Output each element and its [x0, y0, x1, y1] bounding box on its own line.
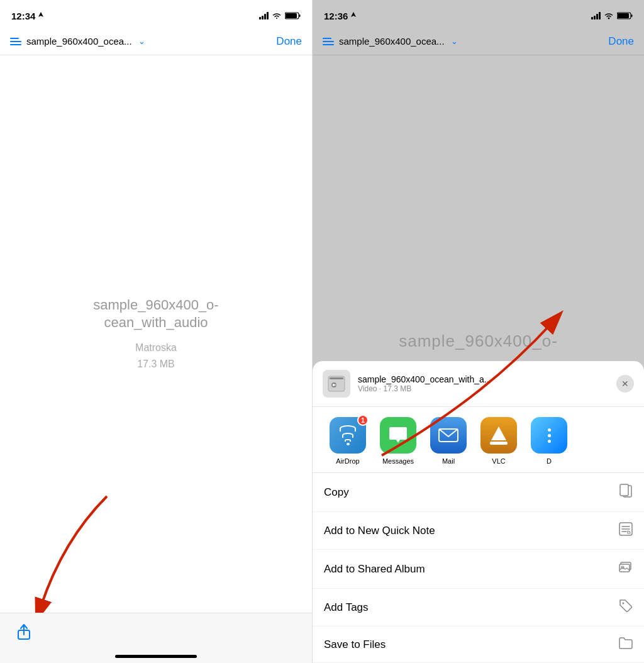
right-battery-icon — [617, 12, 633, 20]
svg-point-23 — [623, 603, 625, 604]
left-nav-bar: sample_960x400_ocea... ⌄ Done — [0, 28, 312, 55]
share-header: sample_960x400_ocean_with_a... Video · 1… — [313, 361, 644, 407]
left-phone: 12:34 — [0, 0, 313, 663]
home-indicator — [115, 655, 197, 658]
right-location-icon — [350, 12, 357, 20]
right-time: 12:36 — [324, 11, 357, 21]
quick-note-label: Add to New Quick Note — [324, 525, 435, 537]
messages-bubble-icon — [388, 426, 408, 445]
right-wifi-icon — [604, 12, 614, 20]
copy-icon — [619, 483, 633, 501]
quick-note-doc-icon — [619, 522, 633, 536]
svg-rect-21 — [619, 564, 630, 572]
share-sheet: sample_960x400_ocean_with_a... Video · 1… — [313, 361, 644, 663]
svg-rect-10 — [618, 13, 629, 18]
video-file-icon — [328, 376, 345, 392]
copy-doc-icon — [619, 483, 633, 498]
mail-icon — [430, 417, 467, 454]
messages-icon — [380, 417, 416, 454]
left-content-area: sample_960x400_o- cean_with_audio Matros… — [0, 55, 312, 613]
right-status-icons — [591, 12, 633, 20]
right-time-text: 12:36 — [324, 11, 348, 21]
share-file-meta: Video · 17.3 MB — [358, 384, 609, 393]
mail-app-item[interactable]: Mail — [423, 417, 474, 465]
save-to-files-label: Save to Files — [324, 638, 386, 651]
right-phone: 12:36 — [313, 0, 644, 663]
left-done-button[interactable]: Done — [276, 35, 302, 48]
copy-action-row[interactable]: Copy — [313, 473, 644, 512]
quick-note-action-row[interactable]: Add to New Quick Note — [313, 512, 644, 550]
shared-album-icon — [619, 560, 633, 578]
svg-rect-3 — [299, 14, 301, 17]
svg-marker-0 — [38, 12, 43, 17]
add-tags-action-row[interactable]: Add Tags — [313, 589, 644, 627]
share-button[interactable] — [13, 621, 35, 644]
video-area: sample_960x400_o- — [313, 55, 644, 361]
shared-album-action-row[interactable]: Add to Shared Album — [313, 550, 644, 589]
quick-note-icon — [619, 522, 633, 539]
left-bottom-toolbar — [0, 613, 312, 663]
share-file-info: sample_960x400_ocean_with_a... Video · 1… — [358, 374, 609, 393]
vlc-icon — [480, 417, 517, 454]
mail-label: Mail — [442, 457, 455, 465]
vlc-label: VLC — [492, 457, 505, 465]
signal-icon — [259, 12, 269, 20]
file-name-display: sample_960x400_o- cean_with_audio — [93, 296, 218, 332]
more-label: D — [547, 457, 552, 465]
tag-icon — [619, 599, 633, 613]
right-menu-icon[interactable] — [323, 38, 334, 45]
share-file-name: sample_960x400_ocean_with_a... — [358, 374, 572, 384]
svg-point-8 — [608, 18, 610, 20]
mail-envelope-icon — [438, 428, 459, 443]
menu-icon[interactable] — [10, 38, 21, 45]
left-status-bar: 12:34 — [0, 0, 312, 28]
share-close-button[interactable]: ✕ — [616, 375, 634, 393]
save-files-icon — [619, 637, 633, 652]
app-row: 1 AirDrop Messages — [313, 407, 644, 473]
messages-app-item[interactable]: Messages — [373, 417, 423, 465]
vlc-app-item[interactable]: VLC — [474, 417, 524, 465]
left-nav-title: sample_960x400_ocea... — [26, 36, 132, 47]
airdrop-icon: 1 — [330, 417, 366, 454]
svg-marker-7 — [351, 12, 356, 17]
video-label: sample_960x400_o- — [313, 332, 644, 351]
right-done-button[interactable]: Done — [608, 35, 634, 48]
vlc-base-icon — [490, 442, 508, 445]
right-status-bar: 12:36 — [313, 0, 644, 28]
right-nav-chevron-icon[interactable]: ⌄ — [451, 36, 458, 46]
file-thumbnail — [323, 370, 350, 398]
messages-label: Messages — [382, 457, 414, 465]
wifi-icon — [272, 12, 282, 20]
save-to-files-action-row[interactable]: Save to Files — [313, 627, 644, 663]
location-icon — [38, 12, 44, 20]
tags-icon — [619, 599, 633, 616]
svg-rect-18 — [620, 484, 628, 496]
add-tags-label: Add Tags — [324, 601, 369, 614]
svg-rect-2 — [286, 13, 297, 18]
airdrop-label: AirDrop — [336, 457, 359, 465]
left-status-icons — [259, 12, 301, 20]
share-icon — [16, 623, 31, 641]
svg-rect-11 — [631, 14, 633, 17]
album-icon — [619, 560, 633, 575]
more-dots-icon — [548, 428, 551, 443]
right-signal-icon — [591, 12, 601, 20]
left-time-text: 12:34 — [11, 11, 35, 21]
svg-rect-13 — [330, 377, 343, 379]
file-meta: Matroska 17.3 MB — [135, 340, 177, 372]
left-time: 12:34 — [11, 11, 44, 21]
more-icon — [531, 417, 567, 454]
airdrop-app-item[interactable]: 1 AirDrop — [323, 417, 373, 465]
folder-icon — [619, 637, 633, 649]
airdrop-badge: 1 — [357, 415, 369, 426]
copy-label: Copy — [324, 486, 349, 499]
right-nav-title: sample_960x400_ocea... — [339, 36, 445, 47]
battery-icon — [285, 12, 301, 20]
right-nav-bar: sample_960x400_ocea... ⌄ Done — [313, 28, 644, 55]
nav-chevron-icon[interactable]: ⌄ — [138, 36, 145, 46]
shared-album-label: Add to Shared Album — [324, 563, 425, 576]
vlc-cone-icon — [491, 426, 506, 440]
airdrop-signal-icon — [340, 425, 356, 445]
more-app-item[interactable]: D — [524, 417, 574, 465]
